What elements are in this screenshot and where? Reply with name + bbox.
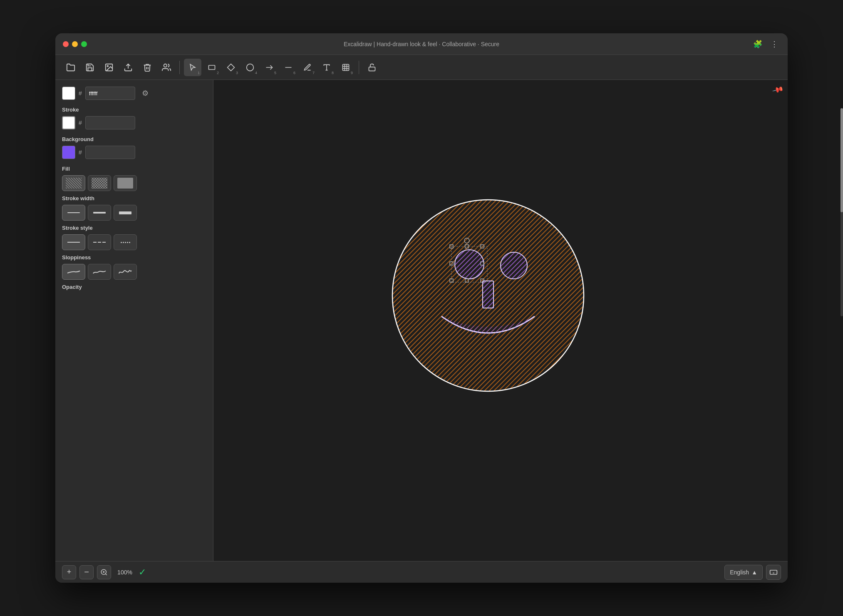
pencil-tool-num: 7 [312, 71, 315, 75]
fill-solid-btn[interactable] [114, 175, 137, 191]
svg-point-1 [107, 65, 108, 67]
svg-line-36 [105, 574, 107, 575]
stroke-hash: # [79, 119, 82, 126]
fill-hatch-btn[interactable] [62, 175, 85, 191]
svg-rect-4 [209, 65, 215, 70]
language-chevron: ▲ [751, 569, 757, 576]
window-title: Excalidraw | Hand-drawn look & feel · Co… [344, 41, 499, 47]
line-tool[interactable]: 6 [280, 59, 297, 76]
export-tool[interactable] [119, 59, 137, 76]
titlebar-actions: 🧩 ⋮ [752, 38, 780, 50]
svg-point-3 [164, 64, 167, 67]
zoom-fit-button[interactable] [97, 565, 111, 579]
ellipse-tool[interactable]: 4 [241, 59, 259, 76]
save-tool[interactable] [81, 59, 99, 76]
main-area: # ffffff ⚙ Stroke # 000000 Background # … [55, 80, 788, 561]
collaborate-tool[interactable] [158, 59, 175, 76]
svg-rect-34 [483, 281, 493, 308]
fill-cross-hatch-btn[interactable] [88, 175, 111, 191]
sloppiness-medium-btn[interactable] [88, 264, 111, 280]
svg-point-6 [247, 64, 254, 71]
stroke-dashed-btn[interactable] [88, 234, 111, 250]
diamond-tool-num: 3 [236, 71, 238, 75]
rectangle-tool[interactable]: 2 [203, 59, 221, 76]
sidebar: # ffffff ⚙ Stroke # 000000 Background # … [55, 80, 213, 561]
maximize-button[interactable] [81, 41, 87, 47]
rectangle-tool-num: 2 [217, 71, 219, 75]
line-tool-num: 6 [293, 71, 295, 75]
toolbar: 1 2 3 4 5 6 7 8 [55, 55, 788, 80]
stroke-style-options [62, 234, 206, 250]
arrow-tool[interactable]: 5 [260, 59, 278, 76]
stroke-style-label: Stroke style [62, 225, 206, 231]
background-color-row: # 7950f2 [62, 146, 206, 159]
titlebar: Excalidraw | Hand-drawn look & feel · Co… [55, 33, 788, 55]
minimize-button[interactable] [72, 41, 78, 47]
stroke-color-row: # 000000 [62, 116, 206, 129]
select-tool[interactable]: 1 [184, 59, 201, 76]
arrow-tool-num: 5 [274, 71, 276, 75]
stroke-width-options [62, 205, 206, 221]
ellipse-tool-num: 4 [255, 71, 257, 75]
delete-tool[interactable] [139, 59, 156, 76]
svg-marker-5 [228, 64, 235, 71]
svg-rect-11 [343, 64, 349, 70]
canvas-color-input[interactable]: ffffff [85, 87, 135, 100]
zoom-in-button[interactable]: + [62, 565, 76, 579]
shield-icon: ✓ [139, 567, 146, 578]
traffic-lights [63, 41, 87, 47]
opacity-label: Opacity [62, 284, 206, 290]
menu-icon[interactable]: ⋮ [769, 38, 780, 50]
stroke-color-input[interactable]: 000000 [85, 116, 135, 129]
close-button[interactable] [63, 41, 69, 47]
fill-label: Fill [62, 166, 206, 172]
stroke-width-label: Stroke width [62, 195, 206, 201]
background-hash: # [79, 149, 82, 156]
language-selector[interactable]: English ▲ [724, 565, 763, 580]
toolbar-divider-2 [359, 61, 359, 74]
image-tool[interactable]: 9 [337, 59, 355, 76]
sloppiness-label: Sloppiness [62, 254, 206, 261]
extensions-icon[interactable]: 🧩 [752, 38, 764, 50]
canvas-color-gear[interactable]: ⚙ [139, 87, 152, 100]
lock-tool[interactable] [363, 59, 381, 76]
stroke-color-swatch[interactable] [62, 116, 75, 129]
bottom-bar: + − 100% ✓ English ▲ [55, 561, 788, 583]
canvas-hash: # [79, 90, 82, 97]
background-label: Background [62, 136, 206, 142]
canvas-color-row: # ffffff ⚙ [62, 87, 206, 100]
canvas-area[interactable]: 📌 [213, 80, 788, 561]
open-tool[interactable] [62, 59, 79, 76]
text-tool-num: 8 [332, 71, 334, 75]
svg-rect-39 [770, 570, 777, 574]
sloppiness-high-btn[interactable] [114, 264, 137, 280]
zoom-value: 100% [114, 569, 135, 576]
text-tool[interactable]: 8 [318, 59, 335, 76]
fill-options [62, 175, 206, 191]
language-label: English [730, 569, 749, 576]
keyboard-button[interactable] [766, 565, 781, 580]
diamond-tool[interactable]: 3 [222, 59, 240, 76]
select-tool-num: 1 [198, 71, 200, 75]
toolbar-divider [179, 61, 180, 74]
canvas-svg [213, 80, 788, 561]
canvas-color-swatch[interactable] [62, 87, 75, 100]
sloppiness-low-btn[interactable] [62, 264, 85, 280]
stroke-thick-btn[interactable] [114, 205, 137, 221]
svg-point-33 [501, 252, 527, 279]
background-color-input[interactable]: 7950f2 [85, 146, 135, 159]
sloppiness-options [62, 264, 206, 280]
bottom-right: English ▲ [724, 565, 781, 580]
pencil-tool[interactable]: 7 [299, 59, 316, 76]
background-color-swatch[interactable] [62, 146, 75, 159]
stroke-dotted-btn[interactable] [114, 234, 137, 250]
stroke-label: Stroke [62, 107, 206, 113]
zoom-out-button[interactable]: − [79, 565, 94, 579]
stroke-solid-btn[interactable] [62, 234, 85, 250]
stroke-thin-btn[interactable] [62, 205, 85, 221]
export-image-tool[interactable] [100, 59, 118, 76]
app-window: Excalidraw | Hand-drawn look & feel · Co… [55, 33, 788, 583]
stroke-medium-btn[interactable] [88, 205, 111, 221]
image-tool-num: 9 [351, 71, 353, 75]
svg-rect-22 [455, 250, 484, 279]
